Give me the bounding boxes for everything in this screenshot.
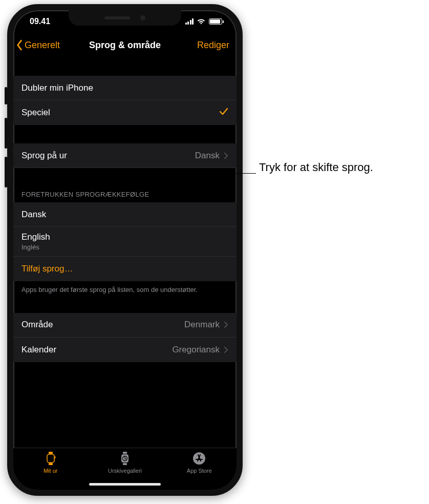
region-group: Område Denmark Kalender Gregoriansk bbox=[13, 313, 237, 362]
nav-bar: Generelt Sprog & område Rediger bbox=[13, 33, 237, 57]
battery-icon bbox=[209, 18, 222, 25]
cellular-signal-icon bbox=[185, 18, 194, 25]
lang-main: English bbox=[22, 232, 50, 242]
svg-rect-3 bbox=[54, 456, 55, 458]
row-watch-language[interactable]: Sprog på ur Dansk bbox=[13, 143, 237, 168]
status-time: 09.41 bbox=[26, 17, 50, 26]
callout-text: Tryk for at skifte sprog. bbox=[259, 161, 373, 174]
back-label: Generelt bbox=[25, 40, 60, 51]
row-custom[interactable]: Speciel bbox=[13, 100, 237, 125]
back-button[interactable]: Generelt bbox=[15, 39, 60, 51]
row-label: Kalender bbox=[22, 345, 56, 355]
tab-bar: Mit ur Urskivegalleri App S bbox=[13, 448, 237, 490]
phone-side-button bbox=[5, 87, 7, 104]
chevron-right-icon bbox=[224, 321, 228, 328]
watch-face-icon bbox=[119, 451, 131, 466]
row-value: Dansk bbox=[195, 151, 220, 161]
row-label: Sprog på ur bbox=[22, 151, 67, 161]
app-store-icon bbox=[192, 451, 206, 466]
add-language-label: Tilføj sprog… bbox=[22, 264, 73, 274]
row-language-dansk[interactable]: Dansk bbox=[13, 202, 237, 227]
chevron-right-icon bbox=[224, 152, 228, 159]
tab-app-store[interactable]: App Store bbox=[162, 451, 236, 490]
svg-rect-2 bbox=[49, 463, 53, 465]
lang-main: Dansk bbox=[22, 209, 46, 220]
lang-sub: Inglés bbox=[22, 243, 39, 251]
row-language-english[interactable]: English Inglés bbox=[13, 227, 237, 257]
phone-side-button bbox=[5, 157, 7, 187]
wifi-icon bbox=[197, 18, 206, 25]
phone-side-button bbox=[5, 118, 7, 149]
row-add-language[interactable]: Tilføj sprog… bbox=[13, 257, 237, 281]
mirror-group: Dubler min iPhone Speciel bbox=[13, 76, 237, 125]
phone-frame: 09.41 Generelt Sprog & område Rediger D bbox=[7, 4, 243, 496]
svg-rect-1 bbox=[49, 452, 53, 454]
preferred-footer: Apps bruger det første sprog på listen, … bbox=[13, 281, 237, 297]
row-label: Speciel bbox=[22, 108, 50, 118]
row-region[interactable]: Område Denmark bbox=[13, 313, 237, 338]
callout-leader-line bbox=[215, 173, 256, 174]
row-mirror-iphone[interactable]: Dubler min iPhone bbox=[13, 76, 237, 100]
chevron-left-icon bbox=[15, 39, 24, 51]
svg-rect-6 bbox=[123, 463, 127, 465]
notch bbox=[69, 10, 181, 26]
edit-button[interactable]: Rediger bbox=[197, 40, 229, 51]
tab-label: App Store bbox=[187, 468, 212, 474]
page-title: Sprog & område bbox=[89, 40, 161, 51]
row-label: Område bbox=[22, 320, 53, 330]
row-calendar[interactable]: Kalender Gregoriansk bbox=[13, 338, 237, 362]
row-label: Dubler min iPhone bbox=[22, 83, 93, 93]
tab-my-watch[interactable]: Mit ur bbox=[14, 451, 88, 490]
svg-rect-5 bbox=[123, 452, 127, 454]
tab-label: Urskivegalleri bbox=[108, 468, 142, 474]
tab-label: Mit ur bbox=[44, 468, 58, 474]
svg-rect-0 bbox=[47, 454, 54, 463]
settings-content: Dubler min iPhone Speciel Sprog på ur Da… bbox=[13, 57, 237, 448]
preferred-header: FORETRUKKEN SPROGRÆKKEFØLGE bbox=[13, 186, 237, 202]
preferred-languages-group: Dansk English Inglés Tilføj sprog… bbox=[13, 202, 237, 281]
chevron-right-icon bbox=[224, 346, 228, 353]
home-indicator[interactable] bbox=[89, 483, 161, 486]
row-value: Denmark bbox=[184, 320, 220, 330]
row-value: Gregoriansk bbox=[172, 345, 220, 355]
checkmark-icon bbox=[219, 108, 228, 118]
watch-icon bbox=[45, 451, 56, 466]
